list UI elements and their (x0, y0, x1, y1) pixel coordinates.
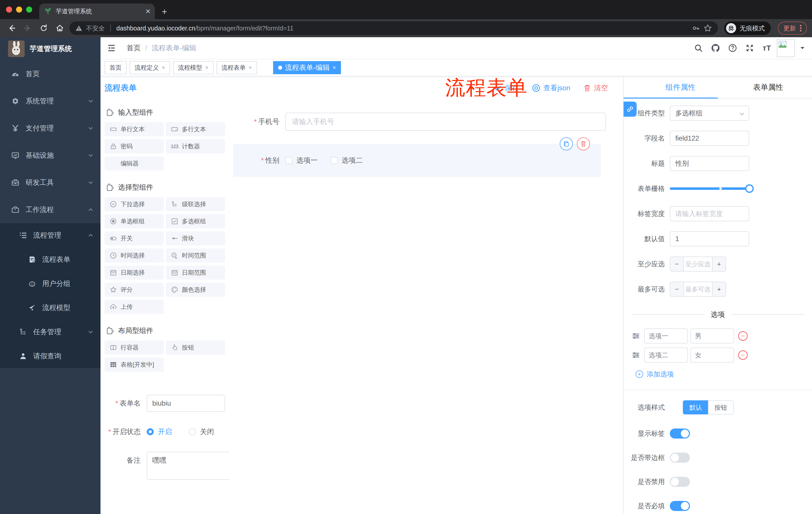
gender-field-selected[interactable]: *性别 选项一 选项二 (233, 144, 601, 177)
option-value-input[interactable] (690, 328, 734, 344)
reload-icon[interactable] (37, 22, 50, 35)
browser-update-button[interactable]: 更新 (778, 22, 807, 35)
checkbox-icon[interactable] (285, 157, 292, 164)
component-switch[interactable]: 开关 (105, 231, 164, 245)
zoom-window-button[interactable] (26, 6, 32, 12)
sidebar-item-leave-query[interactable]: 请假查询 (0, 344, 100, 368)
component-color-picker[interactable]: 颜色选择 (166, 283, 225, 297)
component-password[interactable]: 密码 (105, 139, 164, 154)
label-width-input[interactable] (670, 206, 749, 221)
tag-close-icon[interactable]: × (162, 64, 165, 71)
phone-field[interactable]: *手机号 (229, 113, 606, 131)
tag-process-model[interactable]: 流程模型× (173, 61, 213, 74)
drag-handle-icon[interactable] (632, 332, 640, 340)
show-label-toggle[interactable] (670, 429, 690, 438)
decrease-button[interactable]: − (670, 257, 684, 271)
component-cascader[interactable]: 级联选择 (166, 197, 225, 211)
browser-tab[interactable]: 芋道管理系统 ✕ (39, 3, 155, 19)
component-single-line-text[interactable]: 单行文本 (105, 122, 164, 136)
option-value-input[interactable] (690, 348, 734, 362)
component-type-select[interactable] (670, 106, 749, 121)
option-label-input[interactable] (644, 328, 688, 344)
component-checkbox-group[interactable]: 多选框组 (166, 214, 225, 228)
font-size-icon[interactable]: ᴛT (760, 41, 774, 55)
component-multi-line-text[interactable]: 多行文本 (166, 122, 225, 136)
gender-option-2[interactable]: 选项二 (330, 156, 363, 165)
gender-option-1[interactable]: 选项一 (285, 156, 318, 165)
remove-option-button[interactable]: − (738, 350, 748, 360)
search-icon[interactable] (691, 41, 705, 55)
avatar[interactable] (777, 39, 795, 57)
address-bar[interactable]: 不安全 dashboard.yudao.iocoder.cn/bpm/manag… (69, 21, 718, 35)
field-name-input[interactable] (670, 131, 749, 146)
component-table[interactable]: 表格[开发中] (105, 358, 164, 372)
status-off-radio[interactable]: 关闭 (189, 427, 214, 437)
title-input[interactable] (670, 156, 749, 171)
style-button-button[interactable]: 按钮 (708, 400, 734, 414)
sidebar-item-task-mgmt[interactable]: 任务管理 (0, 320, 100, 344)
tab-form-props[interactable]: 表单属性 (724, 77, 812, 98)
tag-close-icon[interactable]: × (249, 64, 252, 71)
sidebar-item-system[interactable]: 系统管理 (0, 87, 100, 115)
view-json-button[interactable]: 查看json (532, 83, 570, 93)
slider-track[interactable] (670, 187, 749, 190)
component-select[interactable]: 下拉选择 (105, 197, 164, 211)
component-slider[interactable]: 滑块 (166, 231, 225, 245)
field-link-tab[interactable] (624, 102, 637, 117)
browser-menu-icon[interactable] (800, 25, 802, 31)
sidebar-item-infra[interactable]: 基础设施 (0, 142, 100, 169)
sidebar-item-payment[interactable]: 支付管理 (0, 115, 100, 142)
sidebar-item-user-group[interactable]: 用户分组 (0, 272, 100, 296)
clear-button[interactable]: 清空 (583, 83, 608, 93)
component-date-range[interactable]: 日期范围 (166, 266, 225, 280)
component-date-picker[interactable]: 日期选择 (105, 266, 164, 280)
checkbox-icon[interactable] (330, 157, 338, 164)
sidebar-item-devtools[interactable]: 研发工具 (0, 169, 100, 196)
sidebar-item-workflow[interactable]: 工作流程 (0, 196, 100, 223)
tag-close-icon[interactable]: × (332, 64, 336, 71)
slider-handle[interactable] (745, 184, 754, 193)
increase-button[interactable]: + (713, 257, 726, 271)
sidebar-item-process-model[interactable]: 流程模型 (0, 296, 100, 320)
option-label-input[interactable] (644, 348, 688, 362)
sidebar-item-process-mgmt[interactable]: 流程管理 (0, 223, 100, 247)
component-rate[interactable]: 评分 (105, 283, 164, 297)
component-counter[interactable]: 1̲2̲3̲计数器 (166, 139, 225, 154)
component-editor[interactable]: 编辑器 (105, 156, 164, 170)
grid-slider[interactable] (670, 181, 749, 196)
component-time-picker[interactable]: 时间选择 (105, 248, 164, 263)
remove-option-button[interactable]: − (738, 331, 748, 341)
tab-component-props[interactable]: 组件属性 (637, 77, 724, 98)
new-tab-button[interactable]: + (162, 6, 167, 17)
home-icon[interactable] (53, 22, 66, 35)
help-icon[interactable] (726, 41, 740, 55)
component-time-range[interactable]: 时间范围 (166, 248, 225, 263)
form-remark-textarea[interactable]: 嘿嘿 (147, 452, 229, 480)
component-upload[interactable]: 上传 (105, 300, 164, 314)
back-icon[interactable] (5, 22, 18, 35)
add-option-button[interactable]: + 添加选项 (636, 370, 812, 379)
sidebar-item-home[interactable]: 首页 (0, 60, 100, 87)
close-window-button[interactable] (6, 6, 12, 12)
status-on-radio[interactable]: 开启 (147, 427, 172, 437)
default-value-input[interactable] (670, 231, 749, 246)
fullscreen-icon[interactable] (743, 41, 757, 55)
increase-button[interactable]: + (713, 282, 726, 296)
minimize-window-button[interactable] (16, 6, 22, 12)
forward-icon[interactable] (21, 22, 34, 35)
disabled-toggle[interactable] (670, 477, 690, 487)
component-button[interactable]: 按钮 (166, 341, 225, 355)
tag-process-definition[interactable]: 流程定义× (129, 61, 170, 74)
tag-process-form-edit[interactable]: 流程表单-编辑× (273, 61, 341, 74)
max-select-value[interactable]: 最多可选 (684, 282, 713, 296)
form-name-input[interactable] (147, 395, 225, 412)
collapse-sidebar-icon[interactable] (105, 41, 119, 55)
bookmark-star-icon[interactable] (703, 24, 712, 32)
sidebar-item-process-form[interactable]: 流程表单 (0, 247, 100, 272)
required-toggle[interactable] (670, 501, 690, 511)
breadcrumb-home[interactable]: 首页 (127, 43, 141, 53)
copy-field-button[interactable] (560, 137, 573, 151)
style-default-button[interactable]: 默认 (683, 400, 708, 414)
component-radio-group[interactable]: 单选框组 (105, 214, 164, 228)
avatar-caret-icon[interactable] (800, 46, 805, 51)
